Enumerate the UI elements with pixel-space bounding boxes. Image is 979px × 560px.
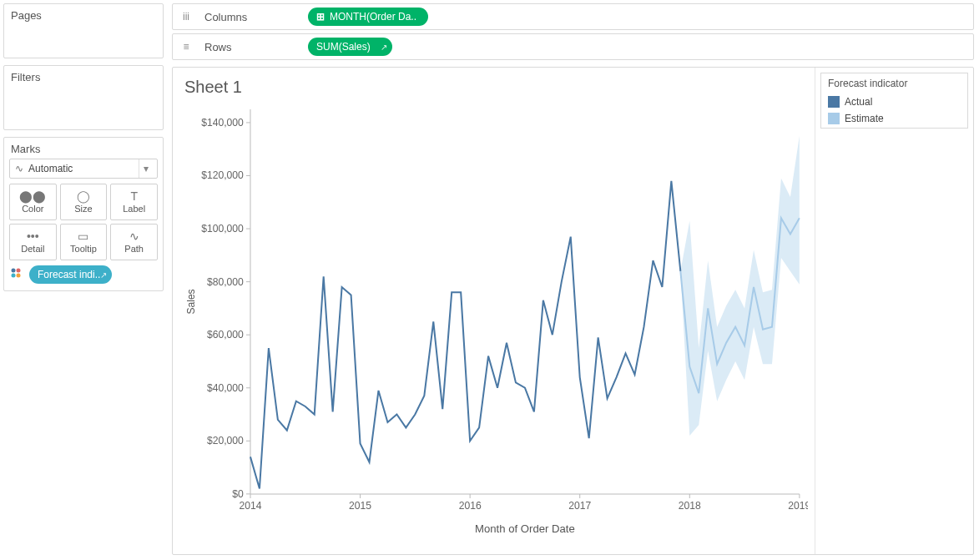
chevron-down-icon: ▾: [139, 159, 152, 178]
legend-item-label: Estimate: [845, 113, 884, 124]
mark-cell-label: Tooltip: [70, 244, 97, 254]
legend-swatch: [828, 113, 840, 124]
rows-pill-label: SUM(Sales): [316, 41, 371, 53]
path-icon: ∿: [129, 230, 139, 242]
legend-title: Forecast indicator: [821, 73, 967, 94]
mark-cell-label: Size: [74, 204, 92, 214]
pages-title: Pages: [4, 4, 163, 25]
columns-shelf[interactable]: iii Columns ⊞ MONTH(Order Da..: [172, 3, 974, 30]
svg-text:$120,000: $120,000: [201, 170, 244, 182]
columns-pill[interactable]: ⊞ MONTH(Order Da..: [308, 8, 428, 26]
svg-text:$0: $0: [232, 488, 244, 500]
mark-size-button[interactable]: ◯Size: [60, 184, 108, 220]
rows-pill[interactable]: SUM(Sales) ↗: [308, 38, 392, 56]
mark-cell-label: Label: [123, 204, 145, 214]
marks-card: Marks ∿ Automatic ▾ ⬤⬤Color◯SizeTLabel••…: [3, 137, 164, 291]
svg-text:2014: 2014: [239, 500, 261, 512]
svg-text:2019: 2019: [788, 500, 808, 512]
svg-text:Month of Order Date: Month of Order Date: [475, 522, 575, 535]
svg-text:$140,000: $140,000: [201, 117, 244, 129]
svg-text:2016: 2016: [459, 500, 482, 512]
popout-icon: ↗: [381, 43, 387, 52]
tooltip-icon: ▭: [78, 230, 88, 242]
line-icon: ∿: [15, 163, 23, 174]
sheet-title[interactable]: Sheet 1: [184, 78, 808, 97]
expand-icon: ⊞: [316, 11, 325, 23]
mark-type-dropdown[interactable]: ∿ Automatic ▾: [9, 159, 158, 179]
rows-icon: ≡: [179, 41, 193, 53]
filters-shelf[interactable]: Filters: [3, 65, 164, 130]
svg-point-3: [17, 273, 21, 277]
legend-item-estimate[interactable]: Estimate: [821, 111, 967, 128]
label-icon: T: [130, 190, 138, 202]
svg-point-0: [12, 268, 16, 272]
forecast-indicator-pill-label: Forecast indi..: [38, 269, 100, 280]
svg-text:$20,000: $20,000: [207, 435, 244, 446]
columns-icon: iii: [179, 11, 193, 23]
svg-text:Sales: Sales: [185, 289, 197, 314]
mark-cell-label: Color: [22, 204, 43, 214]
svg-text:2015: 2015: [349, 500, 371, 512]
chart-svg[interactable]: $0$20,000$40,000$60,000$80,000$100,000$1…: [183, 101, 808, 544]
svg-text:$60,000: $60,000: [207, 329, 244, 341]
mark-path-button[interactable]: ∿Path: [110, 224, 158, 260]
rows-shelf[interactable]: ≡ Rows SUM(Sales) ↗: [172, 33, 974, 60]
svg-text:$80,000: $80,000: [207, 276, 244, 288]
mark-type-label: Automatic: [28, 163, 73, 174]
mark-cell-label: Detail: [21, 244, 44, 254]
detail-icon: •••: [27, 230, 39, 242]
svg-text:2017: 2017: [568, 500, 591, 512]
viz-canvas: Sheet 1 $0$20,000$40,000$60,000$80,000$1…: [172, 67, 974, 555]
pages-shelf[interactable]: Pages: [3, 3, 164, 58]
legend[interactable]: Forecast indicator ActualEstimate: [820, 73, 968, 129]
popout-icon: ↗: [100, 270, 107, 280]
legend-swatch: [828, 96, 840, 108]
mark-color-button[interactable]: ⬤⬤Color: [9, 184, 57, 220]
svg-point-2: [12, 273, 16, 277]
color-icon: ⬤⬤: [19, 190, 46, 202]
mark-tooltip-button[interactable]: ▭Tooltip: [60, 224, 108, 260]
forecast-indicator-pill[interactable]: Forecast indi.. ↗: [29, 265, 112, 284]
rows-label: Rows: [204, 41, 296, 53]
legend-item-actual[interactable]: Actual: [821, 94, 967, 111]
svg-text:2018: 2018: [679, 500, 701, 512]
marks-title: Marks: [4, 138, 163, 159]
svg-point-1: [17, 268, 21, 272]
size-icon: ◯: [77, 190, 90, 202]
columns-label: Columns: [204, 11, 296, 23]
color-dots-icon: [9, 266, 24, 284]
filters-title: Filters: [4, 66, 163, 87]
legend-item-label: Actual: [845, 96, 872, 108]
mark-cell-label: Path: [124, 244, 144, 254]
mark-detail-button[interactable]: •••Detail: [9, 224, 57, 260]
mark-label-button[interactable]: TLabel: [110, 184, 158, 220]
svg-text:$100,000: $100,000: [201, 223, 244, 235]
columns-pill-label: MONTH(Order Da..: [330, 11, 416, 23]
svg-text:$40,000: $40,000: [207, 382, 244, 394]
